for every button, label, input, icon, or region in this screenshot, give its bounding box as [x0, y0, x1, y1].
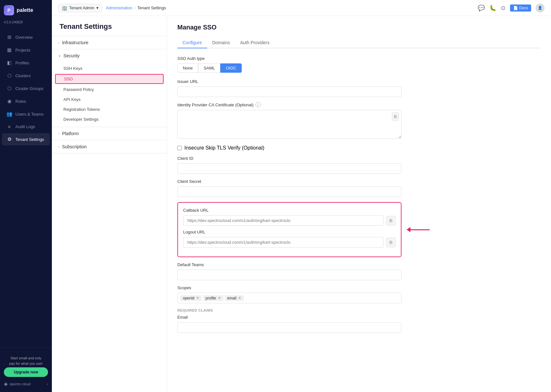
issuer-url-input[interactable]: [177, 86, 401, 97]
tab-configure[interactable]: Configure: [177, 37, 207, 48]
sso-auth-type-label: SSO Auth type: [177, 56, 401, 61]
client-id-input[interactable]: [177, 163, 401, 174]
sidebar-item-profiles[interactable]: ◧ Profiles: [2, 57, 50, 69]
tenant-settings-icon: ⚙: [6, 136, 12, 142]
nav-section-subscription-header[interactable]: › Subscription: [52, 140, 167, 153]
chevron-down-icon: ∨: [58, 54, 61, 58]
client-id-label: Client ID: [177, 156, 401, 161]
nav-item-developer-settings[interactable]: Developer Settings: [52, 114, 167, 124]
nav-item-api-keys[interactable]: API Keys: [52, 94, 167, 104]
arrow-indicator: [407, 227, 430, 232]
sidebar-item-clusters[interactable]: ⬡ Clusters: [2, 69, 50, 82]
remove-email-button[interactable]: ✕: [238, 296, 241, 300]
auth-type-buttons: None SAML OIDC: [177, 63, 401, 73]
auth-btn-oidc[interactable]: OIDC: [220, 63, 242, 73]
brand-footer: ◈ spectro cloud ‹: [4, 381, 48, 387]
sidebar-label-cluster-groups: Cluster Groups: [15, 86, 43, 91]
user-avatar[interactable]: 👤: [536, 4, 545, 12]
breadcrumb-parent[interactable]: Administration: [106, 5, 132, 10]
security-label: Security: [63, 53, 80, 58]
required-claims-label: REQUIRED CLAIMS: [177, 308, 401, 312]
sidebar: P palette 4.5.0-240828 ⊞ Overview ▦ Proj…: [0, 0, 52, 392]
arrow-line: [410, 229, 430, 230]
scope-tag-profile: profile ✕: [203, 295, 223, 301]
cluster-groups-icon: ⬡: [6, 86, 12, 91]
breadcrumb: Administration / Tenant Settings: [106, 5, 166, 10]
nav-item-registration-tokens[interactable]: Registration Tokens: [52, 104, 167, 114]
help-icon[interactable]: ⊙: [501, 4, 506, 12]
sidebar-label-clusters: Clusters: [15, 73, 31, 78]
identity-provider-label: Identity Provider CA Certificate (Option…: [177, 102, 254, 107]
identity-provider-textarea[interactable]: [177, 110, 401, 139]
nav-section-infrastructure-header[interactable]: › Infrastructure: [52, 36, 167, 49]
subscription-label: Subscription: [62, 144, 87, 149]
identity-provider-label-row: Identity Provider CA Certificate (Option…: [177, 102, 401, 107]
nav-section-infrastructure: › Infrastructure: [52, 36, 167, 49]
nav-section-security-header[interactable]: ∨ Security: [52, 49, 167, 62]
docs-icon: 📄: [513, 6, 518, 10]
roles-icon: ◉: [6, 98, 12, 104]
sidebar-item-cluster-groups[interactable]: ⬡ Cluster Groups: [2, 82, 50, 94]
chevron-right-icon: ›: [58, 41, 60, 45]
sidebar-item-audit-logs[interactable]: ≡ Audit Logs: [2, 121, 50, 133]
nav-section-platform-header[interactable]: › Platform: [52, 127, 167, 140]
chat-icon[interactable]: 💬: [478, 4, 485, 12]
logout-url-input[interactable]: [183, 237, 384, 248]
copy-certificate-button[interactable]: ⎘: [392, 112, 399, 121]
scopes-input[interactable]: [245, 295, 399, 301]
docs-label: Docs: [519, 6, 528, 10]
sidebar-item-projects[interactable]: ▦ Projects: [2, 44, 50, 56]
docs-button[interactable]: 📄 Docs: [510, 4, 531, 12]
tenant-name: Tenant Admin: [69, 5, 94, 10]
form-section: SSO Auth type None SAML OIDC Issuer URL …: [177, 56, 401, 338]
sidebar-label-users-teams: Users & Teams: [15, 112, 44, 117]
insecure-skip-checkbox[interactable]: [177, 146, 182, 150]
callback-url-row: ⎘: [183, 215, 396, 226]
default-teams-label: Default Teams: [177, 262, 401, 267]
email-label: Email: [177, 315, 401, 320]
callback-section: Callback URL ⎘ Logout URL ⎘: [177, 202, 401, 257]
bug-icon[interactable]: 🐛: [489, 4, 496, 12]
breadcrumb-separator: /: [134, 5, 135, 10]
copy-logout-url-button[interactable]: ⎘: [386, 238, 396, 247]
tab-domains[interactable]: Domains: [207, 37, 235, 48]
upgrade-button[interactable]: Upgrade now: [4, 367, 48, 377]
scopes-label: Scopes: [177, 285, 401, 290]
app-name: palette: [17, 7, 33, 13]
nav-item-password-policy[interactable]: Password Policy: [52, 85, 167, 94]
sidebar-label-audit-logs: Audit Logs: [15, 124, 35, 129]
copy-callback-url-button[interactable]: ⎘: [386, 216, 396, 225]
settings-nav: Tenant Settings › Infrastructure ∨ Secur…: [52, 16, 167, 392]
sidebar-item-roles[interactable]: ◉ Roles: [2, 95, 50, 107]
sidebar-item-overview[interactable]: ⊞ Overview: [2, 31, 50, 43]
brand-label: spectro cloud: [10, 382, 30, 386]
remove-openid-button[interactable]: ✕: [196, 296, 199, 300]
nav-item-ssh-keys[interactable]: SSH Keys: [52, 63, 167, 73]
collapse-sidebar-button[interactable]: ‹: [47, 382, 48, 386]
info-icon[interactable]: i: [255, 102, 261, 107]
logout-url-row: ⎘: [183, 237, 396, 248]
default-teams-input[interactable]: [177, 270, 401, 280]
arrow-head: [407, 227, 410, 232]
tenant-selector[interactable]: 🏢 Tenant Admin ▾: [58, 4, 102, 12]
logo-area: P palette: [0, 0, 52, 20]
chevron-right-icon-3: ›: [58, 145, 60, 149]
callback-url-label: Callback URL: [183, 208, 396, 213]
scope-tag-email: email ✕: [225, 295, 244, 301]
email-input[interactable]: [177, 322, 401, 333]
content-area: Tenant Settings › Infrastructure ∨ Secur…: [52, 16, 551, 392]
auth-btn-saml[interactable]: SAML: [198, 63, 220, 73]
overview-icon: ⊞: [6, 34, 12, 40]
client-secret-input[interactable]: [177, 186, 401, 197]
auth-btn-none[interactable]: None: [177, 63, 198, 73]
callback-url-input[interactable]: [183, 215, 384, 226]
sidebar-nav: ⊞ Overview ▦ Projects ◧ Profiles ⬡ Clust…: [0, 28, 52, 347]
remove-profile-button[interactable]: ✕: [218, 296, 221, 300]
sidebar-item-users-teams[interactable]: 👥 Users & Teams: [2, 108, 50, 120]
sidebar-label-overview: Overview: [15, 35, 33, 40]
tab-auth-providers[interactable]: Auth Providers: [235, 37, 275, 48]
nav-section-subscription: › Subscription: [52, 140, 167, 153]
sidebar-item-tenant-settings[interactable]: ⚙ Tenant Settings: [2, 133, 50, 145]
projects-icon: ▦: [6, 47, 12, 53]
nav-item-sso[interactable]: SSO: [55, 74, 164, 84]
